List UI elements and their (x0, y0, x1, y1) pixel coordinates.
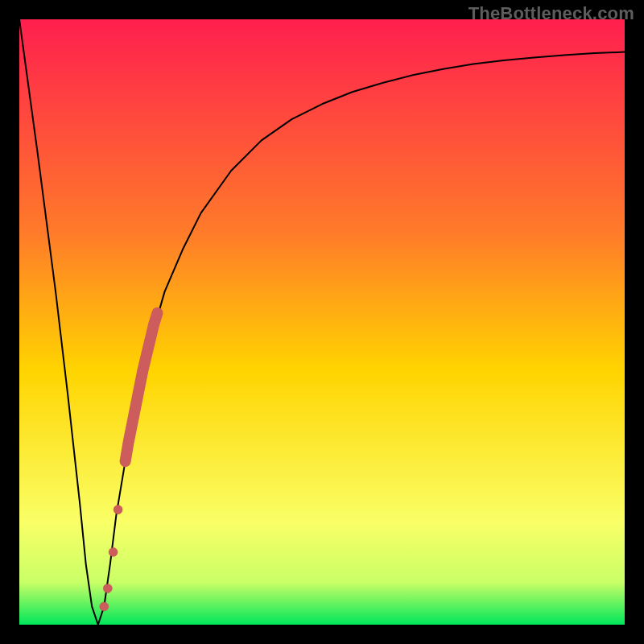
watermark-text: TheBottleneck.com (469, 3, 634, 24)
gradient-background (19, 19, 625, 625)
near-min-dot (100, 602, 109, 611)
near-min-dot (103, 584, 112, 592)
near-min-dot (109, 547, 118, 556)
chart-svg (19, 19, 625, 625)
plot-area (19, 19, 625, 625)
chart-frame: TheBottleneck.com (0, 0, 644, 644)
near-min-dot (114, 506, 122, 514)
